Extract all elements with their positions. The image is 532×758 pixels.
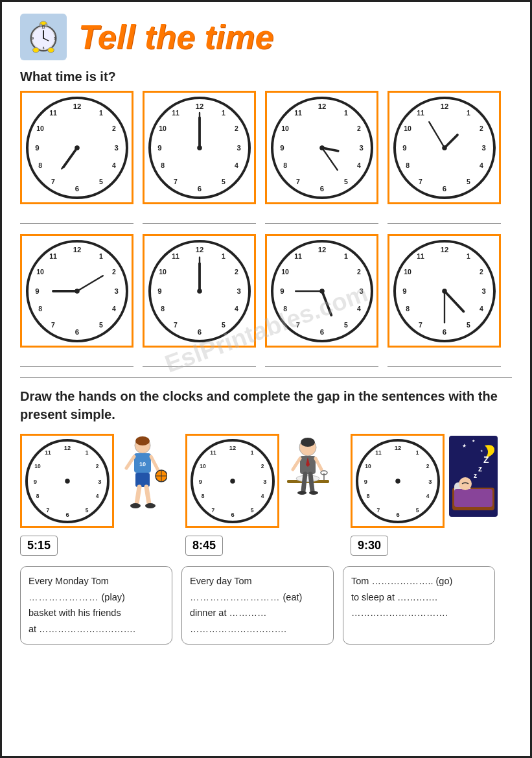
- bottom-clock-box-3: 12 6 9 3 1 2 4 5 7 8 10 11: [351, 434, 445, 528]
- svg-text:10: 10: [281, 125, 289, 132]
- basketball-player-image: 10: [117, 434, 168, 518]
- svg-text:9: 9: [280, 287, 284, 294]
- alarm-clock-icon: 12 6 9 3: [20, 14, 67, 60]
- clock-box-3: 12 6 9 3 1 2 4 5 7 8 10 11: [265, 91, 378, 204]
- svg-text:1: 1: [85, 449, 88, 455]
- svg-point-57: [319, 145, 325, 150]
- svg-text:1: 1: [344, 109, 348, 116]
- svg-line-26: [62, 148, 77, 169]
- svg-text:7: 7: [419, 178, 422, 185]
- svg-text:7: 7: [211, 506, 214, 513]
- svg-text:10: 10: [404, 125, 411, 132]
- sentence-1-blank1: …………………: [29, 592, 99, 602]
- svg-text:6: 6: [442, 328, 446, 336]
- bottom-clock-area-3: 12 6 9 3 1 2 4 5 7 8 10 11: [351, 434, 503, 528]
- svg-text:8: 8: [366, 493, 369, 499]
- svg-line-115: [322, 291, 331, 315]
- svg-text:4: 4: [95, 493, 98, 499]
- clock-svg-7: 12 6 9 3 1 2 4 5 7 8 10 11: [273, 240, 371, 342]
- svg-text:8: 8: [201, 493, 204, 499]
- svg-text:5: 5: [99, 178, 103, 185]
- sentence-1-text2: (play): [102, 592, 125, 602]
- bottom-clock-face-3: 12 6 9 3 1 2 4 5 7 8 10 11: [356, 439, 440, 523]
- answer-line-5: [20, 353, 133, 367]
- svg-text:10: 10: [139, 461, 145, 468]
- svg-point-199: [395, 479, 400, 484]
- svg-point-185: [297, 491, 306, 495]
- bottom-clock-unit-3: 12 6 9 3 1 2 4 5 7 8 10 11: [351, 434, 503, 556]
- svg-text:6: 6: [396, 512, 399, 518]
- sentence-3-text3: ………………………….: [351, 608, 448, 618]
- svg-text:7: 7: [51, 322, 55, 329]
- svg-point-10: [48, 47, 54, 53]
- svg-text:4: 4: [235, 305, 238, 313]
- alarm-clock-svg: 12 6 9 3: [25, 18, 62, 56]
- clock-grid-row2: 12 6 9 3 1 2 4 5 7 8 10 11: [20, 234, 512, 348]
- bottom-clock-face-2: 12 6 9 3 1 2 4 5 7 8 10 11: [191, 439, 275, 523]
- svg-text:7: 7: [296, 178, 300, 185]
- svg-text:11: 11: [45, 449, 51, 455]
- svg-text:1: 1: [344, 252, 348, 259]
- svg-text:4: 4: [357, 162, 361, 169]
- svg-point-9: [33, 47, 40, 53]
- bottom-clock-unit-2: 12 6 9 3 1 2 4 5 7 8 10 11: [185, 434, 338, 556]
- svg-point-147: [135, 436, 150, 445]
- svg-text:2: 2: [112, 268, 116, 276]
- svg-text:12: 12: [73, 102, 81, 110]
- svg-text:3: 3: [359, 143, 363, 151]
- svg-text:3: 3: [237, 287, 240, 294]
- answer-line-8: [387, 353, 501, 367]
- sentence-box-3: Tom ……………….. (go) to sleep at …………. ……………: [343, 566, 495, 645]
- bottom-clock-face-1: 12 6 9 3 1 2 4 5 7 8 10 11: [25, 439, 110, 523]
- clock-face-3: 12 6 9 3 1 2 4 5 7 8 10 11: [271, 97, 373, 199]
- svg-line-156: [137, 487, 139, 504]
- clock-face-2: 12 6 9 3 1 2 4 5 7 8 10 11: [148, 97, 251, 199]
- svg-text:12: 12: [318, 246, 326, 254]
- time-label-1: 5:15: [20, 536, 58, 556]
- svg-point-117: [319, 289, 325, 294]
- instructions-text: Draw the hands on the clocks and complet…: [20, 387, 512, 423]
- bottom-clock-area-1: 12 6 9 3 1 2 4 5 7 8 10 11: [20, 434, 172, 528]
- svg-text:5: 5: [222, 322, 226, 329]
- svg-text:Z: Z: [483, 455, 489, 465]
- svg-text:8: 8: [38, 305, 42, 313]
- basketball-player-svg: 10: [119, 436, 167, 517]
- svg-text:6: 6: [319, 328, 323, 336]
- sentence-3-text2: to sleep at ………….: [351, 592, 437, 602]
- header: 12 6 9 3 Tell the time: [20, 14, 512, 60]
- svg-text:8: 8: [161, 162, 165, 169]
- bottom-clock-box-1: 12 6 9 3 1 2 4 5 7 8 10 11: [20, 434, 114, 528]
- svg-text:1: 1: [467, 109, 470, 116]
- svg-text:12: 12: [440, 246, 448, 254]
- sentence-2-text1: Every day Tom: [190, 576, 252, 586]
- svg-text:5: 5: [222, 178, 226, 185]
- svg-point-72: [442, 145, 447, 150]
- svg-text:1: 1: [415, 449, 419, 455]
- svg-point-145: [65, 479, 70, 484]
- svg-text:7: 7: [419, 322, 422, 329]
- svg-text:7: 7: [174, 322, 178, 329]
- bottom-clock-box-2: 12 6 9 3 1 2 4 5 7 8 10 11: [185, 434, 279, 528]
- svg-text:11: 11: [375, 449, 382, 455]
- svg-text:7: 7: [376, 506, 380, 513]
- svg-text:★: ★: [472, 439, 475, 443]
- svg-point-158: [130, 503, 141, 508]
- svg-line-151: [151, 456, 159, 471]
- svg-text:11: 11: [210, 449, 216, 455]
- svg-text:4: 4: [112, 162, 116, 169]
- svg-text:10: 10: [200, 463, 206, 469]
- svg-text:5: 5: [344, 322, 348, 329]
- clock-box-8: 12 6 9 3 1 2 4 5 7 8 10 11: [387, 234, 501, 348]
- svg-text:6: 6: [231, 512, 234, 518]
- clock-box-6: 12 6 9 3 1 2 4 5 7 8 10 11: [143, 234, 256, 348]
- svg-text:9: 9: [35, 287, 39, 294]
- svg-text:2: 2: [235, 125, 238, 132]
- svg-text:8: 8: [38, 162, 42, 169]
- clock-svg-1: 12 6 9 3 1 2 4 5 7 8 10 11: [29, 97, 126, 199]
- svg-text:9: 9: [364, 478, 367, 484]
- svg-line-177: [293, 458, 300, 469]
- svg-text:1: 1: [99, 252, 103, 259]
- svg-text:3: 3: [54, 37, 56, 40]
- svg-text:5: 5: [99, 322, 103, 329]
- clock-face-4: 12 6 9 3 1 2 4 5 7 8 10 11: [393, 97, 496, 199]
